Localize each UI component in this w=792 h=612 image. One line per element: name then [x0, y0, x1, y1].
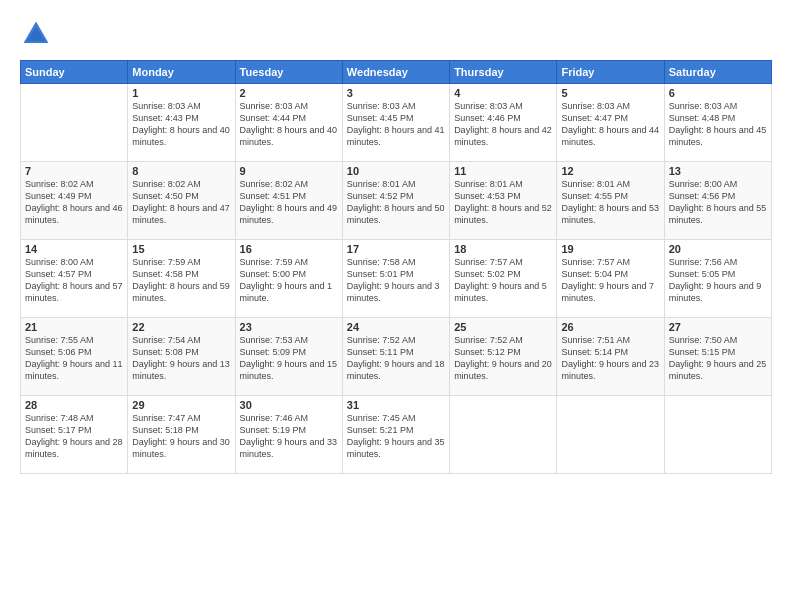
day-number: 4: [454, 87, 552, 99]
day-cell: [557, 396, 664, 474]
weekday-header-saturday: Saturday: [664, 61, 771, 84]
day-cell: 18 Sunrise: 7:57 AMSunset: 5:02 PMDaylig…: [450, 240, 557, 318]
day-cell: 10 Sunrise: 8:01 AMSunset: 4:52 PMDaylig…: [342, 162, 449, 240]
day-info: Sunrise: 7:57 AMSunset: 5:02 PMDaylight:…: [454, 256, 552, 305]
day-number: 27: [669, 321, 767, 333]
day-cell: 16 Sunrise: 7:59 AMSunset: 5:00 PMDaylig…: [235, 240, 342, 318]
day-info: Sunrise: 7:59 AMSunset: 5:00 PMDaylight:…: [240, 256, 338, 305]
day-cell: 17 Sunrise: 7:58 AMSunset: 5:01 PMDaylig…: [342, 240, 449, 318]
day-number: 10: [347, 165, 445, 177]
day-info: Sunrise: 8:03 AMSunset: 4:44 PMDaylight:…: [240, 100, 338, 149]
weekday-header-monday: Monday: [128, 61, 235, 84]
day-cell: 11 Sunrise: 8:01 AMSunset: 4:53 PMDaylig…: [450, 162, 557, 240]
day-cell: 1 Sunrise: 8:03 AMSunset: 4:43 PMDayligh…: [128, 84, 235, 162]
day-cell: 2 Sunrise: 8:03 AMSunset: 4:44 PMDayligh…: [235, 84, 342, 162]
day-cell: 30 Sunrise: 7:46 AMSunset: 5:19 PMDaylig…: [235, 396, 342, 474]
day-number: 15: [132, 243, 230, 255]
weekday-header-row: SundayMondayTuesdayWednesdayThursdayFrid…: [21, 61, 772, 84]
day-info: Sunrise: 8:03 AMSunset: 4:48 PMDaylight:…: [669, 100, 767, 149]
day-number: 12: [561, 165, 659, 177]
weekday-header-sunday: Sunday: [21, 61, 128, 84]
day-number: 25: [454, 321, 552, 333]
day-info: Sunrise: 7:50 AMSunset: 5:15 PMDaylight:…: [669, 334, 767, 383]
day-info: Sunrise: 7:51 AMSunset: 5:14 PMDaylight:…: [561, 334, 659, 383]
day-number: 9: [240, 165, 338, 177]
day-info: Sunrise: 8:02 AMSunset: 4:49 PMDaylight:…: [25, 178, 123, 227]
day-info: Sunrise: 7:55 AMSunset: 5:06 PMDaylight:…: [25, 334, 123, 383]
day-cell: [450, 396, 557, 474]
day-number: 7: [25, 165, 123, 177]
day-cell: 3 Sunrise: 8:03 AMSunset: 4:45 PMDayligh…: [342, 84, 449, 162]
day-info: Sunrise: 7:52 AMSunset: 5:12 PMDaylight:…: [454, 334, 552, 383]
day-cell: 28 Sunrise: 7:48 AMSunset: 5:17 PMDaylig…: [21, 396, 128, 474]
logo-icon: [20, 18, 52, 50]
day-info: Sunrise: 7:45 AMSunset: 5:21 PMDaylight:…: [347, 412, 445, 461]
day-cell: 31 Sunrise: 7:45 AMSunset: 5:21 PMDaylig…: [342, 396, 449, 474]
day-info: Sunrise: 7:52 AMSunset: 5:11 PMDaylight:…: [347, 334, 445, 383]
day-cell: 21 Sunrise: 7:55 AMSunset: 5:06 PMDaylig…: [21, 318, 128, 396]
day-cell: 7 Sunrise: 8:02 AMSunset: 4:49 PMDayligh…: [21, 162, 128, 240]
day-info: Sunrise: 7:48 AMSunset: 5:17 PMDaylight:…: [25, 412, 123, 461]
day-info: Sunrise: 8:03 AMSunset: 4:45 PMDaylight:…: [347, 100, 445, 149]
day-cell: 24 Sunrise: 7:52 AMSunset: 5:11 PMDaylig…: [342, 318, 449, 396]
day-number: 17: [347, 243, 445, 255]
day-cell: 25 Sunrise: 7:52 AMSunset: 5:12 PMDaylig…: [450, 318, 557, 396]
day-cell: 8 Sunrise: 8:02 AMSunset: 4:50 PMDayligh…: [128, 162, 235, 240]
day-info: Sunrise: 7:54 AMSunset: 5:08 PMDaylight:…: [132, 334, 230, 383]
day-number: 20: [669, 243, 767, 255]
day-number: 16: [240, 243, 338, 255]
day-number: 18: [454, 243, 552, 255]
day-info: Sunrise: 7:58 AMSunset: 5:01 PMDaylight:…: [347, 256, 445, 305]
day-info: Sunrise: 7:47 AMSunset: 5:18 PMDaylight:…: [132, 412, 230, 461]
day-cell: 22 Sunrise: 7:54 AMSunset: 5:08 PMDaylig…: [128, 318, 235, 396]
day-number: 6: [669, 87, 767, 99]
day-info: Sunrise: 7:59 AMSunset: 4:58 PMDaylight:…: [132, 256, 230, 305]
day-number: 28: [25, 399, 123, 411]
weekday-header-friday: Friday: [557, 61, 664, 84]
weekday-header-thursday: Thursday: [450, 61, 557, 84]
day-number: 19: [561, 243, 659, 255]
day-cell: 4 Sunrise: 8:03 AMSunset: 4:46 PMDayligh…: [450, 84, 557, 162]
day-info: Sunrise: 7:53 AMSunset: 5:09 PMDaylight:…: [240, 334, 338, 383]
day-cell: 13 Sunrise: 8:00 AMSunset: 4:56 PMDaylig…: [664, 162, 771, 240]
day-cell: 19 Sunrise: 7:57 AMSunset: 5:04 PMDaylig…: [557, 240, 664, 318]
week-row-2: 7 Sunrise: 8:02 AMSunset: 4:49 PMDayligh…: [21, 162, 772, 240]
day-info: Sunrise: 8:01 AMSunset: 4:53 PMDaylight:…: [454, 178, 552, 227]
day-info: Sunrise: 8:03 AMSunset: 4:47 PMDaylight:…: [561, 100, 659, 149]
day-info: Sunrise: 7:46 AMSunset: 5:19 PMDaylight:…: [240, 412, 338, 461]
logo: [20, 18, 56, 50]
week-row-1: 1 Sunrise: 8:03 AMSunset: 4:43 PMDayligh…: [21, 84, 772, 162]
day-cell: 12 Sunrise: 8:01 AMSunset: 4:55 PMDaylig…: [557, 162, 664, 240]
day-info: Sunrise: 8:03 AMSunset: 4:43 PMDaylight:…: [132, 100, 230, 149]
day-number: 5: [561, 87, 659, 99]
day-cell: 9 Sunrise: 8:02 AMSunset: 4:51 PMDayligh…: [235, 162, 342, 240]
day-cell: [664, 396, 771, 474]
day-cell: 5 Sunrise: 8:03 AMSunset: 4:47 PMDayligh…: [557, 84, 664, 162]
day-info: Sunrise: 8:01 AMSunset: 4:55 PMDaylight:…: [561, 178, 659, 227]
day-cell: 23 Sunrise: 7:53 AMSunset: 5:09 PMDaylig…: [235, 318, 342, 396]
day-number: 23: [240, 321, 338, 333]
week-row-5: 28 Sunrise: 7:48 AMSunset: 5:17 PMDaylig…: [21, 396, 772, 474]
day-cell: 15 Sunrise: 7:59 AMSunset: 4:58 PMDaylig…: [128, 240, 235, 318]
day-number: 2: [240, 87, 338, 99]
day-number: 21: [25, 321, 123, 333]
week-row-3: 14 Sunrise: 8:00 AMSunset: 4:57 PMDaylig…: [21, 240, 772, 318]
day-cell: 26 Sunrise: 7:51 AMSunset: 5:14 PMDaylig…: [557, 318, 664, 396]
weekday-header-wednesday: Wednesday: [342, 61, 449, 84]
day-info: Sunrise: 8:03 AMSunset: 4:46 PMDaylight:…: [454, 100, 552, 149]
day-cell: [21, 84, 128, 162]
day-info: Sunrise: 8:01 AMSunset: 4:52 PMDaylight:…: [347, 178, 445, 227]
day-number: 14: [25, 243, 123, 255]
week-row-4: 21 Sunrise: 7:55 AMSunset: 5:06 PMDaylig…: [21, 318, 772, 396]
day-cell: 20 Sunrise: 7:56 AMSunset: 5:05 PMDaylig…: [664, 240, 771, 318]
day-number: 26: [561, 321, 659, 333]
day-info: Sunrise: 8:02 AMSunset: 4:50 PMDaylight:…: [132, 178, 230, 227]
day-info: Sunrise: 8:02 AMSunset: 4:51 PMDaylight:…: [240, 178, 338, 227]
day-number: 13: [669, 165, 767, 177]
day-number: 24: [347, 321, 445, 333]
day-number: 3: [347, 87, 445, 99]
day-info: Sunrise: 8:00 AMSunset: 4:56 PMDaylight:…: [669, 178, 767, 227]
day-number: 11: [454, 165, 552, 177]
day-number: 29: [132, 399, 230, 411]
day-cell: 29 Sunrise: 7:47 AMSunset: 5:18 PMDaylig…: [128, 396, 235, 474]
